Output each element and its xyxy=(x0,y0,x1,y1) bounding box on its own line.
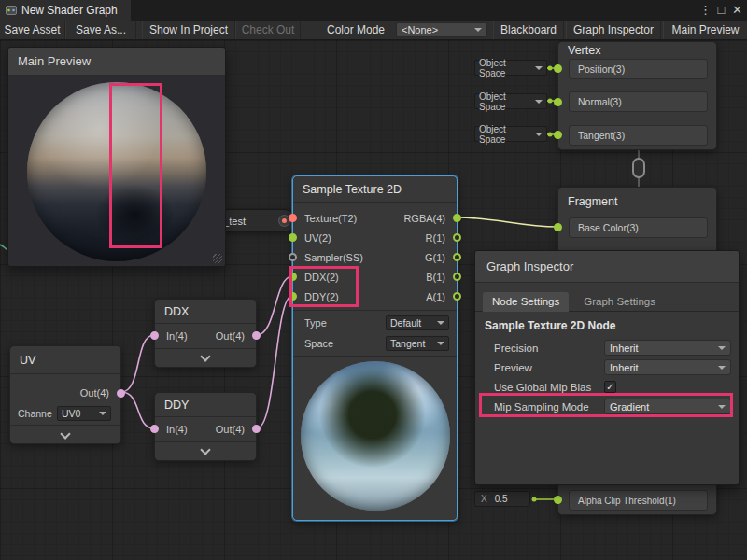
mip-bias-label: Use Global Mip Bias xyxy=(494,382,604,393)
normal-port-dot[interactable] xyxy=(554,98,562,106)
chevron-down-icon xyxy=(437,342,444,345)
port-row: Base Color(3) xyxy=(569,217,708,238)
window-maximize-icon[interactable]: □ xyxy=(713,0,729,21)
chevron-down-icon xyxy=(718,405,726,409)
input-label: Sampler(SS) xyxy=(304,252,363,263)
graph-inspector-panel[interactable]: Graph Inspector Node Settings Graph Sett… xyxy=(474,250,740,485)
preview-dropdown[interactable]: Inherit xyxy=(604,359,731,375)
main-preview-title[interactable]: Main Preview xyxy=(8,48,225,76)
main-preview-panel[interactable]: Main Preview xyxy=(7,47,226,267)
b-port-dot[interactable] xyxy=(453,273,461,281)
input-label: DDY(2) xyxy=(304,291,339,302)
node-title: Vertex xyxy=(558,42,716,59)
stack-connector-handle[interactable] xyxy=(632,158,645,178)
setting-row-precision: Precision Inherit xyxy=(485,338,731,357)
chevron-down-icon xyxy=(535,100,543,104)
color-mode-dropdown[interactable]: <None> xyxy=(396,22,487,37)
port-row: DDY(2) A(1) xyxy=(293,287,457,306)
position-space-dropdown[interactable]: Object Space xyxy=(474,60,547,76)
output-label: B(1) xyxy=(426,272,445,283)
texture-port-dot[interactable] xyxy=(289,214,297,222)
ddy-port-dot[interactable] xyxy=(289,292,297,301)
output-label: R(1) xyxy=(426,232,445,244)
uv-out-port-dot[interactable] xyxy=(117,389,125,398)
port-row: Sampler(SS) G(1) xyxy=(293,247,457,267)
collapse-button[interactable] xyxy=(10,425,120,445)
ddx-port-dot[interactable] xyxy=(289,273,297,281)
input-label: Texture(T2) xyxy=(304,213,357,224)
node-vertex[interactable]: Vertex Position(3) Normal(3) Tangent(3) xyxy=(557,41,717,150)
normal-space-dropdown[interactable]: Object Space xyxy=(474,93,547,109)
ddy-out-port-dot[interactable] xyxy=(252,425,261,433)
sampler-port-dot[interactable] xyxy=(289,253,297,261)
precision-label: Precision xyxy=(494,343,604,354)
position-port-dot[interactable] xyxy=(554,64,562,73)
space-label: Space xyxy=(304,338,333,349)
precision-dropdown[interactable]: Inherit xyxy=(604,340,731,356)
resize-grip-icon[interactable] xyxy=(213,254,222,263)
port-row: Normal(3) xyxy=(569,91,708,112)
port-label: Base Color(3) xyxy=(578,222,639,233)
alpha-clip-value-field[interactable]: X 0.5 xyxy=(474,491,530,507)
r-port-dot[interactable] xyxy=(453,233,461,242)
window-close-icon[interactable]: ✕ xyxy=(729,0,745,21)
chevron-down-icon xyxy=(200,351,210,361)
channel-label: Channe xyxy=(18,408,52,419)
tab-node-settings[interactable]: Node Settings xyxy=(483,292,569,312)
type-value: Default xyxy=(390,317,421,329)
save-asset-button[interactable]: Save Asset xyxy=(0,21,65,39)
ddy-in-port-dot[interactable] xyxy=(150,425,159,433)
space-dropdown[interactable]: Tangent xyxy=(386,336,449,351)
node-title[interactable]: Sample Texture 2D xyxy=(293,176,457,203)
uv-port-dot[interactable] xyxy=(289,233,297,242)
show-in-project-button[interactable]: Show In Project xyxy=(142,21,235,39)
node-uv[interactable]: UV Out(4) Channe UV0 xyxy=(9,345,121,444)
port-in-label: In(4) xyxy=(166,424,188,435)
color-mode-label: Color Mode xyxy=(327,21,388,39)
rgba-port-dot[interactable] xyxy=(453,214,461,222)
collapse-button[interactable] xyxy=(155,348,256,367)
base-color-port-dot[interactable] xyxy=(554,223,562,231)
save-as-button[interactable]: Save As... xyxy=(65,21,136,39)
node-title[interactable]: UV xyxy=(10,346,120,374)
type-label: Type xyxy=(304,317,327,329)
mip-sampling-mode-dropdown[interactable]: Gradient xyxy=(604,399,731,414)
node-ddy[interactable]: DDY In(4) Out(4) xyxy=(154,392,257,461)
blackboard-button[interactable]: Blackboard xyxy=(493,21,564,39)
setting-row-preview: Preview Inherit xyxy=(485,357,731,377)
graph-inspector-button[interactable]: Graph Inspector xyxy=(566,21,661,39)
tangent-space-dropdown[interactable]: Object Space xyxy=(474,126,547,142)
shader-graph-window: g_test UV Out(4) Channe UV0 DDX In(4) Ou… xyxy=(0,0,747,560)
node-sample-texture-2d[interactable]: Sample Texture 2D Texture(T2) RGBA(4) UV… xyxy=(292,175,458,521)
node-title[interactable]: DDY xyxy=(155,393,256,417)
g-port-dot[interactable] xyxy=(453,253,461,261)
shader-graph-icon xyxy=(6,5,17,16)
a-port-dot[interactable] xyxy=(453,292,461,301)
tab-graph-settings[interactable]: Graph Settings xyxy=(574,292,665,312)
inspector-heading: Sample Texture 2D Node xyxy=(485,319,731,332)
channel-dropdown[interactable]: UV0 xyxy=(57,406,111,421)
port-in-label: In(4) xyxy=(166,330,188,342)
mip-mode-label: Mip Sampling Mode xyxy=(494,401,604,413)
window-menu-icon[interactable]: ⋮ xyxy=(698,0,713,21)
tangent-port-dot[interactable] xyxy=(554,131,562,139)
alpha-clip-port-dot[interactable] xyxy=(554,496,562,504)
type-dropdown[interactable]: Default xyxy=(386,315,449,330)
inspector-title[interactable]: Graph Inspector xyxy=(475,251,739,283)
window-tab[interactable]: New Shader Graph xyxy=(0,0,131,21)
node-ddx[interactable]: DDX In(4) Out(4) xyxy=(154,299,257,368)
node-title[interactable]: DDX xyxy=(155,300,256,324)
output-label: A(1) xyxy=(426,291,445,302)
color-mode-value: <None> xyxy=(402,24,438,35)
window-title: New Shader Graph xyxy=(21,4,118,17)
texture-preview-sphere xyxy=(301,361,450,511)
ddx-in-port-dot[interactable] xyxy=(150,331,159,340)
output-label: RGBA(4) xyxy=(403,213,445,224)
space-value: Tangent xyxy=(390,338,425,349)
use-global-mip-bias-checkbox[interactable]: ✓ xyxy=(604,381,616,393)
title-bar: New Shader Graph ⋮ □ ✕ xyxy=(0,0,747,21)
node-title: Fragment xyxy=(558,188,716,216)
main-preview-button[interactable]: Main Preview xyxy=(663,21,747,39)
collapse-button[interactable] xyxy=(155,441,256,460)
ddx-out-port-dot[interactable] xyxy=(252,331,261,340)
